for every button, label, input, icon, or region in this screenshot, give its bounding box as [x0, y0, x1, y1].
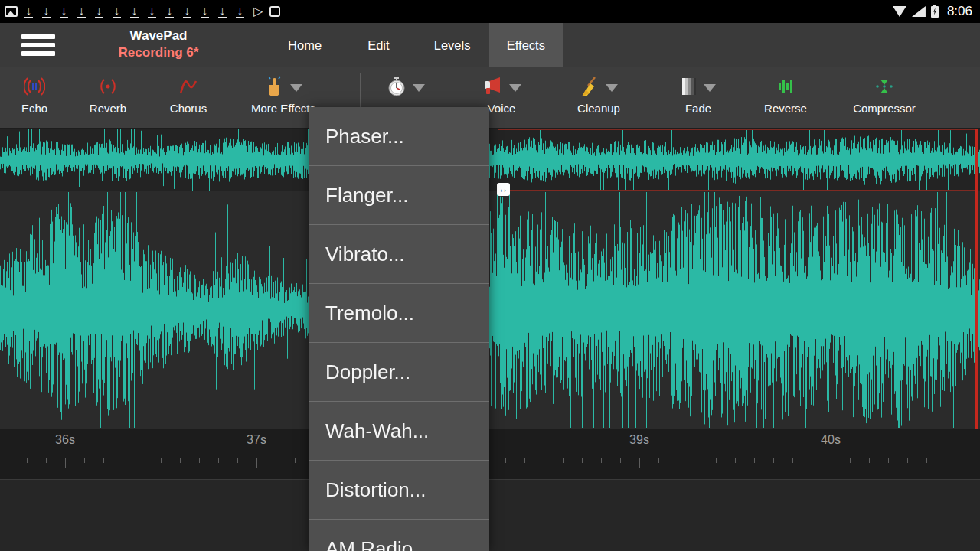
minor-tick	[180, 458, 181, 463]
minor-tick	[888, 458, 889, 463]
more-effects-hand-icon	[264, 76, 284, 100]
tab-home[interactable]: Home	[268, 23, 341, 67]
reverb-icon	[98, 77, 118, 99]
minor-tick	[773, 458, 774, 463]
minor-tick	[735, 458, 736, 463]
minor-tick	[946, 458, 946, 463]
minor-tick	[295, 458, 296, 463]
minor-tick	[658, 458, 659, 463]
minor-tick	[161, 458, 162, 463]
minor-tick	[850, 458, 851, 463]
menu-item-tremolo[interactable]: Tremolo...	[309, 284, 489, 343]
download-icon	[42, 5, 51, 18]
minor-tick	[237, 458, 238, 463]
tab-levels[interactable]: Levels	[416, 23, 489, 67]
minor-tick	[27, 458, 28, 463]
download-icon	[130, 5, 139, 18]
minor-tick	[907, 458, 908, 463]
download-icon	[218, 5, 227, 18]
title-block: WavePad Recording 6*	[86, 28, 231, 61]
playhead-line	[975, 129, 978, 429]
battery-icon	[931, 6, 939, 18]
toolbar-item-reverb[interactable]: Reverb	[74, 67, 142, 129]
minor-tick	[218, 458, 219, 463]
chevron-down-icon	[704, 84, 716, 92]
toolbar-item-compressor[interactable]: Compressor	[842, 67, 926, 129]
download-icon	[183, 5, 191, 18]
toolbar-item-fade[interactable]: Fade	[664, 67, 733, 129]
chorus-icon	[178, 77, 198, 99]
wifi-icon	[893, 6, 906, 17]
toolbar-item-chorus[interactable]: Chorus	[154, 67, 223, 129]
hamburger-menu-button[interactable]	[21, 34, 57, 56]
hamburger-bar	[21, 34, 55, 39]
selection-resize-handle[interactable]: ↔	[497, 183, 510, 196]
tab-edit[interactable]: Edit	[341, 23, 415, 67]
toolbar-item-echo[interactable]: Echo	[0, 67, 69, 129]
minor-tick	[524, 458, 525, 463]
toolbar-label: Chorus	[154, 102, 223, 115]
minor-tick	[792, 458, 793, 463]
menu-item-phaser[interactable]: Phaser...	[309, 107, 489, 166]
chevron-down-icon	[290, 84, 302, 92]
chevron-down-icon	[606, 84, 618, 92]
minor-tick	[601, 458, 602, 463]
download-icon	[165, 5, 174, 18]
toolbar-label: Reverb	[74, 102, 142, 115]
waveform-main[interactable]	[0, 191, 980, 429]
minor-tick	[505, 458, 506, 463]
app-header: WavePad Recording 6* Home Edit Levels Ef…	[0, 23, 980, 67]
toolbar-label: Echo	[0, 102, 69, 115]
hamburger-bar	[21, 51, 55, 56]
download-icon	[148, 5, 156, 18]
timeline-ticks	[0, 458, 980, 470]
download-icon	[24, 5, 33, 18]
menu-item-wah-wah[interactable]: Wah-Wah...	[309, 402, 489, 461]
download-icon	[201, 5, 209, 18]
status-time: 8:06	[947, 4, 972, 19]
effects-dropdown-menu: Phaser...Flanger...Vibrato...Tremolo...D…	[309, 107, 489, 551]
timeline-ruler[interactable]: 36s37s39s40s	[0, 429, 980, 480]
broom-icon	[580, 76, 599, 100]
menu-item-vibrato[interactable]: Vibrato...	[309, 225, 489, 284]
minor-tick	[122, 458, 123, 463]
screenshot-icon	[270, 6, 280, 17]
app-title: WavePad	[86, 28, 231, 44]
megaphone-icon	[482, 77, 503, 99]
toolbar-item-cleanup[interactable]: Cleanup	[564, 67, 633, 129]
stopwatch-icon	[387, 76, 407, 100]
compressor-icon	[874, 77, 894, 99]
minor-tick	[754, 458, 755, 463]
download-icon	[113, 5, 121, 18]
wavepad-app: 8:06 WavePad Recording 6* Home Edit Leve…	[0, 0, 980, 551]
minor-tick	[620, 458, 621, 463]
major-tick	[639, 458, 640, 468]
major-tick	[65, 458, 66, 468]
photo-icon	[5, 6, 18, 17]
signal-icon	[912, 6, 926, 17]
cast-icon	[253, 5, 263, 18]
menu-item-distortion[interactable]: Distortion...	[309, 461, 489, 520]
minor-tick	[582, 458, 583, 463]
menu-item-am-radio[interactable]: AM Radio...	[309, 520, 489, 551]
echo-icon	[24, 77, 45, 99]
download-icon	[236, 5, 244, 18]
toolbar-label: Reverse	[751, 102, 820, 115]
minor-tick	[142, 458, 142, 463]
minor-tick	[697, 458, 697, 463]
major-tick	[831, 458, 831, 468]
minor-tick	[678, 458, 678, 463]
chevron-down-icon	[509, 84, 521, 92]
chevron-down-icon	[413, 84, 425, 92]
minor-tick	[103, 458, 104, 463]
menu-item-flanger[interactable]: Flanger...	[309, 166, 489, 225]
minor-tick	[199, 458, 200, 463]
hamburger-bar	[21, 43, 55, 47]
minor-tick	[716, 458, 717, 463]
toolbar-separator	[652, 73, 652, 121]
timeline-label: 39s	[616, 433, 662, 447]
menu-item-doppler[interactable]: Doppler...	[309, 343, 489, 402]
tab-effects[interactable]: Effects	[489, 23, 563, 67]
minor-tick	[46, 458, 47, 463]
toolbar-item-reverse[interactable]: Reverse	[751, 67, 820, 129]
